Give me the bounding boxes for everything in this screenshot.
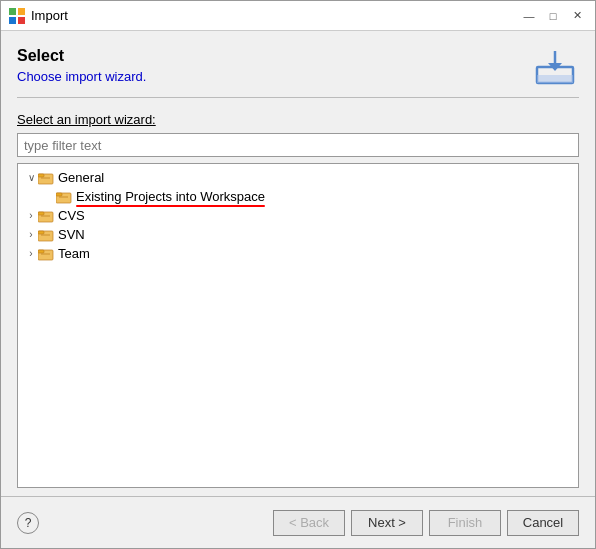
folder-icon-general xyxy=(38,171,54,185)
maximize-button[interactable]: □ xyxy=(543,6,563,26)
svg-rect-0 xyxy=(9,8,16,15)
tree-item-svn[interactable]: › SVN xyxy=(18,225,578,244)
window-title: Import xyxy=(31,8,519,23)
tree-label-svn: SVN xyxy=(58,227,85,242)
page-subtitle: Choose import wizard. xyxy=(17,69,521,84)
tree-item-team[interactable]: › Team xyxy=(18,244,578,263)
help-button[interactable]: ? xyxy=(17,512,39,534)
window-controls: — □ ✕ xyxy=(519,6,587,26)
tree-item-general[interactable]: ∨ General xyxy=(18,168,578,187)
wizard-content: Select an import wizard: ∨ xyxy=(17,112,579,496)
folder-icon-existing xyxy=(56,190,72,204)
folder-icon-cvs xyxy=(38,209,54,223)
bottom-right: < Back Next > Finish Cancel xyxy=(273,510,579,536)
toggle-existing-projects xyxy=(42,190,56,204)
app-icon xyxy=(9,8,25,24)
svg-rect-18 xyxy=(38,231,44,234)
import-wizard-tree[interactable]: ∨ General xyxy=(17,163,579,488)
back-button[interactable]: < Back xyxy=(273,510,345,536)
header-divider xyxy=(17,97,579,98)
header-section: Select Choose import wizard. xyxy=(17,47,579,87)
tree-item-cvs[interactable]: › CVS xyxy=(18,206,578,225)
close-button[interactable]: ✕ xyxy=(567,6,587,26)
import-dialog: Import — □ ✕ Select Choose import wizard… xyxy=(0,0,596,549)
filter-label: Select an import wizard: xyxy=(17,112,579,127)
minimize-button[interactable]: — xyxy=(519,6,539,26)
toggle-team[interactable]: › xyxy=(24,247,38,261)
red-underline-decoration xyxy=(76,205,265,207)
finish-button[interactable]: Finish xyxy=(429,510,501,536)
tree-item-existing-projects[interactable]: Existing Projects into Workspace xyxy=(18,187,578,206)
svg-rect-2 xyxy=(9,17,16,24)
svg-rect-3 xyxy=(18,17,25,24)
svg-rect-9 xyxy=(38,174,44,177)
header-text: Select Choose import wizard. xyxy=(17,47,521,84)
tree-label-cvs: CVS xyxy=(58,208,85,223)
bottom-bar: ? < Back Next > Finish Cancel xyxy=(1,496,595,548)
import-wizard-icon xyxy=(531,47,579,87)
svg-rect-15 xyxy=(38,212,44,215)
page-title: Select xyxy=(17,47,521,65)
tree-label-existing-projects: Existing Projects into Workspace xyxy=(76,189,265,204)
next-button[interactable]: Next > xyxy=(351,510,423,536)
svg-rect-21 xyxy=(38,250,44,253)
main-content: Select Choose import wizard. Select an i… xyxy=(1,31,595,496)
filter-input[interactable] xyxy=(17,133,579,157)
svg-rect-1 xyxy=(18,8,25,15)
tree-label-general: General xyxy=(58,170,104,185)
folder-icon-team xyxy=(38,247,54,261)
toggle-general[interactable]: ∨ xyxy=(24,171,38,185)
toggle-svn[interactable]: › xyxy=(24,228,38,242)
tree-label-team: Team xyxy=(58,246,90,261)
svg-rect-12 xyxy=(56,193,62,196)
title-bar: Import — □ ✕ xyxy=(1,1,595,31)
toggle-cvs[interactable]: › xyxy=(24,209,38,223)
folder-icon-svn xyxy=(38,228,54,242)
svg-rect-5 xyxy=(537,75,573,83)
cancel-button[interactable]: Cancel xyxy=(507,510,579,536)
bottom-left: ? xyxy=(17,512,39,534)
